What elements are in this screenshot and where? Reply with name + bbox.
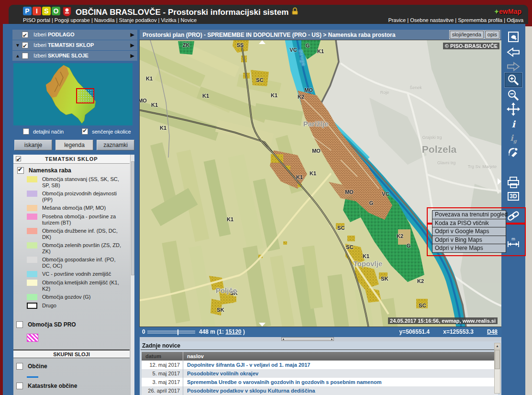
- gps-icon[interactable]: [505, 145, 522, 159]
- collapse-triangle-icon[interactable]: ▼: [15, 40, 20, 50]
- map-label: K2: [417, 278, 424, 284]
- sd-pro-swatch: [27, 334, 38, 342]
- top-nav-right[interactable]: Pravice | Osebne nastavitve | Sprememba …: [388, 17, 523, 23]
- izberi-bar-podlago[interactable]: Izberi PODLAGO▶: [12, 30, 137, 40]
- piso-logo-letter: S: [42, 7, 51, 15]
- legend-group: Namenska raba: [17, 167, 134, 174]
- zoom-in-icon[interactable]: [505, 73, 522, 87]
- map-label: VC: [289, 47, 297, 53]
- status-bar: 0 448 m (1: 15120 ) y=506551.4x=125553.3…: [140, 327, 501, 337]
- news-link[interactable]: Posodobitev podatkov v sklopu Kulturna d…: [183, 386, 498, 395]
- pan-icon[interactable]: [505, 102, 522, 116]
- sd-pro-checkbox[interactable]: [16, 321, 23, 328]
- expand-arrow-icon[interactable]: ▶: [131, 30, 134, 40]
- scale-link[interactable]: 15120: [225, 328, 241, 335]
- news-scrollbar[interactable]: ▲: [494, 343, 500, 394]
- info-icon[interactable]: i: [505, 117, 522, 131]
- izberi-label: Izberi PODLAGO: [33, 30, 75, 40]
- legend-scrollbar[interactable]: [130, 155, 134, 395]
- full-extent-icon[interactable]: [505, 30, 522, 44]
- map-label: K1: [310, 170, 316, 176]
- legend-items: Območja stanovanj (SS, SK, SC, SP, SB)Ob…: [13, 176, 134, 309]
- map-button-opis[interactable]: opis: [485, 31, 499, 39]
- map-label: SC: [256, 77, 263, 83]
- news-scrollbar-up-icon[interactable]: ▲: [495, 343, 500, 350]
- map-label: Roje: [380, 90, 389, 95]
- menu-item[interactable]: Odpri v Here Maps: [432, 244, 506, 253]
- map-canvas[interactable]: ZKSSVCGK1K1MOK1K1K1SCK1K2MOMOK1K1K1MOVCG…: [140, 40, 501, 327]
- news-scrollbar-thumb[interactable]: [495, 350, 500, 369]
- legend-scrollbar-thumb[interactable]: [131, 161, 134, 275]
- menu-item[interactable]: Koda za PISO vtičnik: [432, 219, 506, 228]
- panel-splitter[interactable]: ▲ ······································…: [140, 337, 501, 341]
- legend-swatch: [27, 205, 37, 211]
- layer-checkbox[interactable]: [22, 53, 28, 59]
- obcine-checkbox[interactable]: [16, 363, 23, 370]
- expand-arrow-icon[interactable]: ▶: [131, 51, 134, 61]
- map-label: MO: [304, 87, 313, 93]
- map-label: Polzela: [422, 144, 456, 155]
- map-label: SS: [237, 42, 244, 48]
- map-label: Struga: [298, 49, 307, 67]
- splitter-handle[interactable]: ▲ ······································…: [281, 337, 334, 341]
- map-label: K1: [363, 253, 369, 259]
- app-header: PISO OBČINA BRASLOVČE - Prostorski infor…: [9, 5, 528, 24]
- namenska-raba-checkbox[interactable]: [17, 167, 24, 174]
- zoom-out-icon[interactable]: [505, 88, 522, 102]
- map-label: SC: [346, 244, 353, 250]
- news-link[interactable]: Sprememba Uredbe o varovalnih gozdovih i…: [183, 378, 498, 386]
- tab-iskanje[interactable]: iskanje: [14, 140, 52, 150]
- legend-swatch: [27, 228, 37, 234]
- map-label: Parižlje: [303, 120, 329, 128]
- collapse-right-handle[interactable]: [498, 178, 501, 185]
- menu-item[interactable]: Odpri v Google Maps: [432, 227, 506, 236]
- forward-arrow-icon[interactable]: [505, 59, 522, 74]
- sidebar-tabs: iskanjelegendazaznamki: [14, 140, 134, 150]
- collapse-top-handle[interactable]: [259, 40, 266, 44]
- tab-zaznamki[interactable]: zaznamki: [97, 140, 134, 150]
- menu-item[interactable]: Odpri v Bing Maps: [432, 236, 506, 245]
- overview-map[interactable]: [13, 63, 133, 125]
- legend-item: Območja gospodarske inf. (PO, DC, OC): [27, 257, 130, 269]
- news-row: 26. april 2017Posodobitev podatkov v skl…: [142, 386, 498, 395]
- col-datum: datum: [142, 352, 183, 361]
- news-link[interactable]: Posodobitev volilnih okrajev: [183, 369, 498, 378]
- view-3d-icon[interactable]: 3D: [505, 189, 522, 203]
- legend-item: Drugo: [27, 303, 130, 309]
- top-nav-left[interactable]: PISO portal | Pogoji uporabe | Navodila …: [23, 17, 197, 23]
- piso-logo[interactable]: PISO: [23, 7, 60, 15]
- tematski-sklop-checkbox[interactable]: [16, 156, 21, 161]
- option-checkbox[interactable]: [82, 128, 88, 135]
- news-row: 3. maj 2017Sprememba Uredbe o varovalnih…: [142, 378, 498, 386]
- legend-swatch: [27, 271, 37, 277]
- print-icon[interactable]: [505, 175, 522, 190]
- tab-legenda[interactable]: legenda: [55, 140, 93, 150]
- piso-logo-letter: I: [33, 7, 41, 15]
- datum-link[interactable]: D48: [487, 328, 498, 335]
- map-button-slojilegenda[interactable]: sloji/legenda: [450, 31, 484, 39]
- collapse-triangle-icon[interactable]: ▲: [15, 51, 20, 61]
- expand-arrow-icon[interactable]: ▶: [131, 40, 134, 50]
- collapse-bottom-handle[interactable]: [259, 323, 266, 327]
- map-label: VC: [382, 191, 389, 197]
- map-label: K1: [317, 48, 324, 54]
- news-date: 5. maj 2017: [142, 369, 183, 378]
- back-arrow-icon[interactable]: [505, 45, 522, 59]
- legend-item: Območja družbene inf. (DS, DC, DK): [27, 228, 130, 240]
- news-date: 12. maj 2017: [142, 361, 183, 369]
- menu-item[interactable]: Povezava na trenutni pogled: [432, 211, 506, 219]
- layer-checkbox[interactable]: [22, 32, 28, 38]
- izberi-bar-tematski-sklop[interactable]: ▼Izberi TEMATSKI SKLOP▶: [12, 40, 137, 50]
- option-checkbox[interactable]: [23, 128, 29, 135]
- izberi-bar-skupne-sloje[interactable]: ▲Izberi SKUPNE SLOJE▶: [12, 51, 137, 61]
- piso-logo-letter: O: [52, 7, 60, 15]
- option-label: detajlni način: [33, 129, 64, 135]
- katastrske-checkbox[interactable]: [16, 383, 23, 389]
- layer-checkbox[interactable]: [22, 42, 28, 48]
- info-g-icon[interactable]: ig: [505, 131, 522, 146]
- news-link[interactable]: Dopolnitev šifranta GJI - v veljavi od 1…: [183, 361, 498, 369]
- map-label: Trg Sv. Marjete: [468, 164, 497, 169]
- ewmap-star-icon: ✦: [494, 8, 499, 15]
- map-label: K2: [298, 94, 304, 100]
- legend-label: Območja družbene inf. (DS, DC, DK): [42, 228, 123, 240]
